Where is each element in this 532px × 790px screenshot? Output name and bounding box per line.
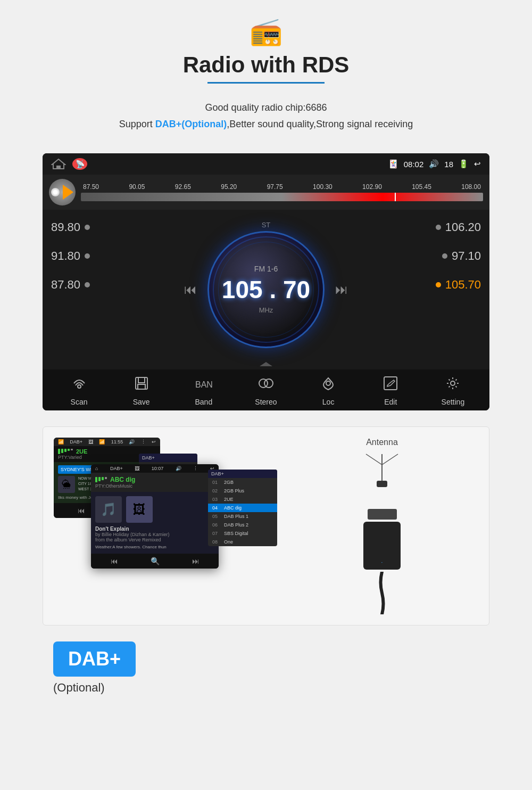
preset-dot-2: [85, 253, 90, 259]
plist2-item-7[interactable]: 07SBS Digital: [208, 529, 277, 538]
toolbar-scan[interactable]: Scan: [58, 376, 101, 406]
dial-circle[interactable]: FM 1-6 105 . 70 MHz: [207, 231, 325, 348]
app-icon: 📡: [72, 158, 87, 170]
dab-badge-section: DAB+ (Optional): [43, 631, 489, 700]
station-name-2: ABC dig: [110, 476, 135, 483]
time-2: 10:07: [152, 466, 164, 471]
save-icon: [134, 376, 149, 394]
freq-92: 92.65: [175, 183, 191, 191]
freq-108: 108.00: [461, 183, 481, 191]
preset-freq-3: 87.80: [51, 278, 80, 292]
vol-icon-2: 🔊: [176, 466, 181, 471]
preset-freq-right-1: 106.20: [445, 220, 481, 234]
next-button[interactable]: ⏭: [335, 282, 348, 297]
plist2-item-6[interactable]: 06DAB Plus 2: [208, 521, 277, 529]
preset-right-2[interactable]: 97.10: [413, 249, 481, 263]
freq-display: 105 . 70: [222, 275, 310, 304]
dab-screens: 📶 DAB+ 🖼 📶 11:55 🔊 ⋮ ↩: [54, 438, 277, 597]
loc-label: Loc: [322, 398, 335, 406]
plist2-item-8[interactable]: 08One: [208, 538, 277, 546]
desc-line2-prefix: Support: [119, 119, 155, 129]
freq-marker: [395, 193, 396, 201]
status-right: 🃏 08:02 🔊 18 🔋 ↩: [388, 159, 481, 169]
prev-button[interactable]: ⏮: [184, 282, 197, 297]
scan-label: Scan: [71, 398, 88, 406]
plist2-item-2[interactable]: 022GB Plus: [208, 487, 277, 495]
svg-rect-5: [138, 384, 145, 389]
wifi-icon-1: 📶: [99, 439, 105, 445]
dab-optional-label: (Optional): [53, 681, 489, 695]
time-1: 11:55: [111, 439, 123, 445]
freq-90: 90.05: [129, 183, 145, 191]
back-icon[interactable]: ↩: [474, 159, 481, 169]
preset-freq-2: 91.80: [51, 249, 80, 263]
weather-text-2: Weather:A few showers. Chance thun: [95, 545, 214, 549]
description: Good quality radio chip:6686 Support DAB…: [119, 100, 413, 132]
pty-2: PTY:OthersMusic: [95, 483, 214, 489]
time-display: 08:02: [404, 160, 424, 169]
preset-left-1[interactable]: 89.80: [51, 220, 119, 234]
preset-right-1[interactable]: 106.20: [413, 220, 481, 234]
toolbar-band[interactable]: BAND Band: [182, 376, 225, 406]
freq-icon-button[interactable]: [49, 179, 76, 205]
preset-left-2[interactable]: 91.80: [51, 249, 119, 263]
playlist-header-label-2: DAB+: [211, 471, 224, 476]
freq-ruler[interactable]: [81, 193, 483, 201]
radio-main: 89.80 91.80 87.80 ST ⏮ FM 1-6 105: [43, 210, 489, 359]
battery-icon: 🔋: [459, 159, 469, 169]
playlist-header-1: DAB+: [139, 454, 197, 462]
station-name-1: 2UE: [76, 448, 87, 455]
antenna-svg: [361, 451, 403, 505]
preset-right-3[interactable]: 105.70: [413, 278, 481, 292]
phone-content-2: 🎵 🖼 Don't Explain by Billie Holiday (Diz…: [91, 492, 219, 554]
svg-line-15: [382, 454, 398, 465]
dab-section: 📶 DAB+ 🖼 📶 11:55 🔊 ⋮ ↩: [43, 426, 489, 626]
setting-icon: [445, 376, 460, 394]
artist-name: by Billie Holiday (Dizhan & Kamier): [95, 532, 214, 537]
radio-center: ST ⏮ FM 1-6 105 . 70 MHz ⏭: [128, 210, 404, 359]
toolbar-edit[interactable]: Edit: [369, 376, 412, 406]
desc-line1: Good quality radio chip:6686: [205, 102, 327, 113]
home-icon-2: ⌂: [95, 466, 98, 471]
prev-icon-1[interactable]: ⏮: [78, 506, 85, 515]
antenna-section: Antenna ·: [286, 438, 478, 614]
svg-rect-1: [56, 166, 61, 169]
toolbar-setting[interactable]: Setting: [431, 376, 474, 406]
plist2-item-5[interactable]: 05DAB Plus 1: [208, 512, 277, 521]
next-icon-2[interactable]: ⏭: [192, 557, 200, 565]
stereo-label: Stereo: [255, 398, 277, 406]
usb-head: [368, 509, 397, 520]
preset-dot-1: [85, 225, 90, 230]
weather-icon-1: 🌦: [58, 476, 75, 493]
toolbar-save[interactable]: Save: [120, 376, 163, 406]
preset-left-3[interactable]: 87.80: [51, 278, 119, 292]
back-icon-1: ↩: [152, 439, 156, 445]
usb-body: ·: [363, 522, 401, 570]
toolbar-stereo[interactable]: Stereo: [245, 376, 287, 406]
dab-label-1: DAB+: [70, 439, 82, 445]
freq-97: 97.75: [267, 183, 283, 191]
album-art-row: 🎵 🖼: [95, 496, 214, 523]
preset-left: 89.80 91.80 87.80: [43, 210, 128, 359]
dab-highlight: DAB+(Optional): [155, 119, 227, 129]
phone-controls-2: ⏮ 🔍 ⏭: [91, 554, 219, 569]
radio-icon: 📻: [250, 16, 282, 47]
mhz-label: MHz: [259, 306, 273, 314]
plist2-item-3[interactable]: 032UE: [208, 495, 277, 504]
home-icon: [51, 158, 66, 170]
battery-level: 18: [444, 160, 453, 169]
menu-icon-1: ⋮: [141, 439, 146, 445]
plist2-item-1[interactable]: 012GB: [208, 478, 277, 487]
search-icon-2[interactable]: 🔍: [151, 557, 160, 565]
band-icon: BAND: [194, 376, 213, 394]
img-icon-2: 🖼: [135, 466, 139, 471]
playlist-2: DAB+ 012GB 022GB Plus 032UE 04ABC dig 05…: [208, 470, 277, 546]
band-label: Band: [195, 398, 212, 406]
toolbar-loc[interactable]: Loc: [307, 376, 350, 406]
plist2-item-4[interactable]: 04ABC dig: [208, 504, 277, 512]
svg-rect-4: [138, 377, 145, 383]
prev-icon-2[interactable]: ⏮: [111, 557, 118, 565]
save-label: Save: [133, 398, 150, 406]
usb-led: ·: [381, 559, 383, 565]
sim-icon: 🃏: [388, 159, 398, 169]
